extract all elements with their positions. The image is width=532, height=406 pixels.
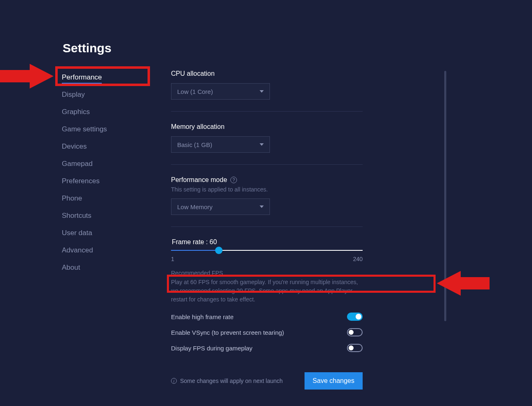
- info-icon: i: [171, 378, 177, 384]
- sidebar-item-preferences[interactable]: Preferences: [62, 174, 165, 189]
- cpu-allocation-label: CPU allocation: [171, 70, 363, 77]
- vsync-label: Enable VSync (to prevent screen tearing): [171, 329, 284, 336]
- settings-main: CPU allocation Low (1 Core) Memory alloc…: [165, 70, 445, 390]
- annotation-arrow-left-head: [30, 64, 54, 89]
- help-icon[interactable]: ?: [230, 177, 237, 183]
- high-frame-rate-label: Enable high frame rate: [171, 313, 234, 320]
- slider-thumb[interactable]: [215, 247, 223, 254]
- performance-mode-value: Low Memory: [177, 203, 213, 210]
- display-fps-label: Display FPS during gameplay: [171, 345, 253, 352]
- memory-allocation-value: Basic (1 GB): [177, 141, 212, 148]
- footer-note: i Some changes will apply on next launch: [171, 378, 283, 384]
- sidebar-item-gamepad[interactable]: Gamepad: [62, 156, 165, 171]
- chevron-down-icon: [260, 143, 264, 146]
- annotation-highlight-high-frame-rate: [167, 275, 436, 293]
- performance-mode-dropdown[interactable]: Low Memory: [171, 198, 270, 215]
- annotation-arrow-right-head: [437, 271, 461, 296]
- sidebar-item-display[interactable]: Display: [62, 87, 165, 102]
- sidebar-item-shortcuts[interactable]: Shortcuts: [62, 208, 165, 223]
- annotation-highlight-performance: [55, 66, 150, 86]
- cpu-allocation-value: Low (1 Core): [177, 88, 213, 95]
- frame-rate-min: 1: [171, 256, 174, 262]
- frame-rate-slider[interactable]: [171, 250, 363, 251]
- annotation-arrow-left: [0, 70, 30, 82]
- save-changes-button[interactable]: Save changes: [305, 372, 363, 390]
- performance-mode-label: Performance mode ?: [171, 176, 363, 184]
- frame-rate-max: 240: [353, 256, 363, 262]
- settings-sidebar: Performance Display Graphics Game settin…: [62, 70, 165, 390]
- sidebar-item-graphics[interactable]: Graphics: [62, 105, 165, 119]
- vsync-toggle[interactable]: [347, 328, 363, 336]
- sidebar-item-about[interactable]: About: [62, 260, 165, 275]
- cpu-allocation-dropdown[interactable]: Low (1 Core): [171, 83, 270, 100]
- annotation-arrow-right: [461, 277, 490, 289]
- memory-allocation-dropdown[interactable]: Basic (1 GB): [171, 136, 270, 153]
- chevron-down-icon: [260, 90, 264, 93]
- high-frame-rate-toggle[interactable]: [347, 313, 363, 321]
- sidebar-item-phone[interactable]: Phone: [62, 191, 165, 206]
- performance-mode-sublabel: This setting is applied to all instances…: [171, 186, 363, 193]
- sidebar-item-devices[interactable]: Devices: [62, 139, 165, 154]
- display-fps-toggle[interactable]: [347, 344, 363, 352]
- sidebar-item-advanced[interactable]: Advanced: [62, 243, 165, 258]
- sidebar-item-user-data[interactable]: User data: [62, 226, 165, 240]
- chevron-down-icon: [260, 205, 264, 208]
- frame-rate-label: Frame rate : 60: [171, 238, 363, 246]
- sidebar-item-game-settings[interactable]: Game settings: [62, 122, 165, 137]
- page-title: Settings: [63, 41, 111, 55]
- memory-allocation-label: Memory allocation: [171, 123, 363, 131]
